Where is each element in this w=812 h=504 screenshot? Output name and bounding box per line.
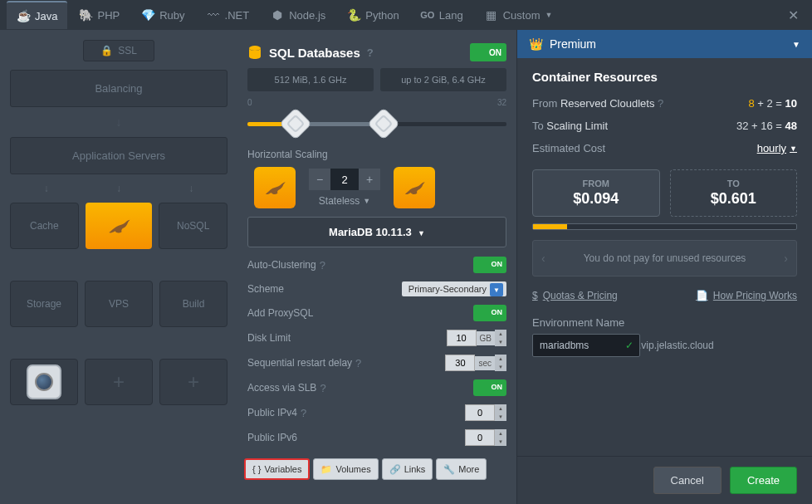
ssl-button[interactable]: 🔒SSL xyxy=(83,40,154,61)
extra-box[interactable] xyxy=(10,359,78,405)
scheme-select[interactable]: Primary-Secondary xyxy=(402,281,506,296)
stateless-mode[interactable]: Stateless ▼ xyxy=(319,195,370,207)
help-icon[interactable]: ? xyxy=(355,357,361,369)
ipv6-label: Public IPv6 xyxy=(247,432,297,443)
up-arrow[interactable]: ▲ xyxy=(495,404,506,413)
slider-min: 0 xyxy=(247,98,252,107)
down-arrow[interactable]: ▼ xyxy=(495,363,506,371)
panel-title: SQL Databases ? xyxy=(247,45,374,60)
pricing-link[interactable]: 📄How Pricing Works xyxy=(696,290,797,301)
close-icon[interactable]: ✕ xyxy=(781,1,805,30)
decrement-button[interactable]: − xyxy=(309,169,330,190)
increment-button[interactable]: + xyxy=(359,169,380,190)
tab-python[interactable]: 🐍Python xyxy=(337,2,408,28)
cancel-button[interactable]: Cancel xyxy=(653,467,722,494)
tab-java[interactable]: ☕Java xyxy=(7,1,67,29)
up-arrow[interactable]: ▲ xyxy=(495,429,506,438)
create-button[interactable]: Create xyxy=(730,467,797,494)
sql-db-box[interactable] xyxy=(86,203,153,249)
env-name-input[interactable] xyxy=(532,334,640,357)
disk-limit-spinner[interactable]: GB▲▼ xyxy=(447,330,506,346)
crown-icon: 👑 xyxy=(529,37,543,51)
node-tile-2[interactable] xyxy=(394,167,435,208)
links-button[interactable]: 🔗Links xyxy=(382,458,433,480)
add-box-1[interactable]: + xyxy=(85,359,153,405)
ipv6-spinner[interactable]: ▲▼ xyxy=(465,429,506,446)
up-arrow[interactable]: ▲ xyxy=(495,355,506,363)
topology-panel: 🔒SSL Balancing ↓ Application Servers ↓↓↓… xyxy=(0,30,237,504)
app-servers-box[interactable]: Application Servers xyxy=(10,137,227,174)
quotas-link[interactable]: $Quotas & Pricing xyxy=(532,290,618,301)
tab-php[interactable]: 🐘PHP xyxy=(69,2,130,28)
build-box[interactable]: Build xyxy=(159,281,227,327)
val: 48 xyxy=(785,120,797,132)
from-label: From xyxy=(532,97,557,110)
prev-icon[interactable]: ‹ xyxy=(541,252,545,265)
help-icon[interactable]: ? xyxy=(658,97,663,110)
period-select[interactable]: hourly ▼ xyxy=(757,142,797,154)
more-button[interactable]: 🔧More xyxy=(436,458,487,480)
down-arrow[interactable]: ▼ xyxy=(495,413,506,421)
up-arrow[interactable]: ▲ xyxy=(495,330,506,338)
sql-toggle[interactable]: ON xyxy=(470,43,506,61)
tab-custom[interactable]: ▦Custom ▼ xyxy=(475,2,563,28)
tab-dotnet[interactable]: 〰.NET xyxy=(197,2,260,28)
custom-icon: ▦ xyxy=(485,8,498,22)
java-icon: ☕ xyxy=(17,9,30,22)
help-icon[interactable]: ? xyxy=(367,46,374,59)
ipv4-input[interactable] xyxy=(465,404,495,421)
reserved-link[interactable]: Reserved Cloudlets xyxy=(560,97,654,110)
scaling-link[interactable]: Scaling Limit xyxy=(546,120,608,132)
disk-input[interactable] xyxy=(447,330,477,346)
slb-toggle[interactable] xyxy=(473,379,506,396)
link-icon: 🔗 xyxy=(389,464,401,475)
mariadb-icon xyxy=(104,211,134,241)
slider-knob-limit[interactable] xyxy=(367,107,400,140)
auto-cluster-toggle[interactable] xyxy=(473,257,506,273)
ipv4-spinner[interactable]: ▲▼ xyxy=(465,404,506,421)
help-icon[interactable]: ? xyxy=(320,259,325,272)
disk-limit-label: Disk Limit xyxy=(247,332,291,344)
down-arrow[interactable]: ▼ xyxy=(495,338,506,346)
ipv6-input[interactable] xyxy=(465,429,495,446)
add-box-2[interactable]: + xyxy=(159,359,227,405)
storage-box[interactable]: Storage xyxy=(10,281,78,327)
database-icon xyxy=(247,45,262,60)
ssl-label: SSL xyxy=(118,45,137,56)
restart-input[interactable] xyxy=(445,355,475,371)
unit-label: sec xyxy=(475,356,495,370)
help-icon[interactable]: ? xyxy=(301,407,306,419)
mariadb-icon xyxy=(261,174,289,202)
cost-to-box: TO$0.601 xyxy=(670,169,798,217)
restart-spinner[interactable]: sec▲▼ xyxy=(445,355,506,371)
balancing-box[interactable]: Balancing xyxy=(10,70,227,107)
cloudlet-slider[interactable]: 032 xyxy=(237,91,516,142)
tab-go[interactable]: GOLang xyxy=(411,2,473,28)
est-cost-label: Estimated Cost xyxy=(532,142,605,154)
cost-from-box: FROM$0.094 xyxy=(532,169,660,217)
db-version-select[interactable]: MariaDB 10.11.3 ▼ xyxy=(247,217,506,247)
variables-button[interactable]: { }Variables xyxy=(244,458,310,480)
chevron-down-icon: ▼ xyxy=(418,229,425,237)
python-icon: 🐍 xyxy=(347,8,360,22)
next-icon[interactable]: › xyxy=(784,252,788,265)
help-icon[interactable]: ? xyxy=(320,382,325,394)
info-banner: ‹ You do not pay for unused resources › xyxy=(532,240,797,276)
vps-box[interactable]: VPS xyxy=(85,281,153,327)
lock-icon: 🔒 xyxy=(100,45,113,56)
cache-box[interactable]: Cache xyxy=(10,203,79,249)
volumes-button[interactable]: 📁Volumes xyxy=(313,458,378,480)
premium-header[interactable]: 👑Premium▼ xyxy=(517,30,812,58)
proxysql-toggle[interactable] xyxy=(473,305,506,321)
resources-panel: 👑Premium▼ Container Resources From Reser… xyxy=(516,30,812,504)
tab-nodejs[interactable]: ⬢Node.js xyxy=(261,2,335,28)
node-count: 2 xyxy=(330,169,359,190)
slider-knob-reserved[interactable] xyxy=(279,107,312,140)
node-tile-1[interactable] xyxy=(254,167,296,208)
node-counter: − 2 + xyxy=(309,169,380,190)
tab-ruby[interactable]: 💎Ruby xyxy=(131,2,194,28)
restart-label: Sequential restart delay xyxy=(247,357,352,369)
val: 8 xyxy=(748,97,754,110)
down-arrow[interactable]: ▼ xyxy=(495,438,506,446)
nosql-box[interactable]: NoSQL xyxy=(159,203,227,249)
